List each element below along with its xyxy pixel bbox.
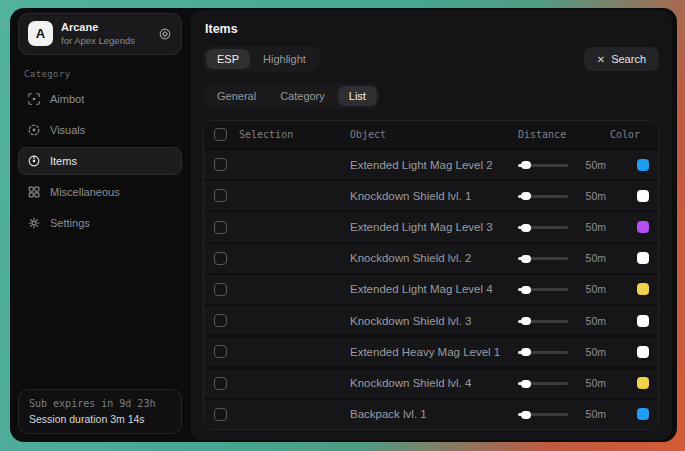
- column-header-object: Object: [350, 129, 518, 140]
- slider-thumb[interactable]: [521, 192, 531, 200]
- distance-slider[interactable]: [518, 221, 568, 233]
- slider-thumb[interactable]: [521, 317, 531, 325]
- color-swatch[interactable]: [637, 283, 649, 295]
- grid-icon: [27, 185, 41, 199]
- slider-thumb[interactable]: [521, 255, 531, 263]
- slider-thumb[interactable]: [521, 380, 531, 388]
- row-object-label: Knockdown Shield lvl. 1: [350, 190, 471, 202]
- app-subtitle: for Apex Legends: [61, 35, 150, 47]
- view-tabs: General Category List: [203, 83, 380, 109]
- sidebar-item-visuals[interactable]: Visuals: [18, 116, 182, 144]
- table-row: Extended Heavy Mag Level 1 50m: [204, 337, 658, 368]
- row-checkbox[interactable]: [214, 314, 227, 327]
- diamond-icon[interactable]: [158, 27, 172, 41]
- color-swatch[interactable]: [637, 159, 649, 171]
- row-checkbox[interactable]: [214, 408, 227, 421]
- distance-slider[interactable]: [518, 346, 568, 358]
- color-swatch[interactable]: [637, 346, 649, 358]
- search-button-label: Search: [611, 53, 646, 65]
- table-row: Extended Light Mag Level 2 50m: [204, 150, 658, 181]
- row-object-label: Backpack lvl. 1: [350, 408, 427, 420]
- distance-value: 50m: [578, 377, 606, 389]
- distance-slider[interactable]: [518, 190, 568, 202]
- row-object-label: Extended Light Mag Level 2: [350, 159, 493, 171]
- distance-slider[interactable]: [518, 252, 568, 264]
- table-body: Extended Light Mag Level 2 50m Knockdown…: [204, 150, 658, 429]
- row-checkbox[interactable]: [214, 158, 227, 171]
- distance-value: 50m: [578, 315, 606, 327]
- distance-value: 50m: [578, 346, 606, 358]
- search-button[interactable]: ✕ Search: [584, 47, 659, 71]
- sidebar: A Arcane for Apex Legends Category Aimbo…: [10, 8, 184, 442]
- mode-tabs: ESP Highlight: [203, 46, 320, 72]
- sidebar-nav: Aimbot Visuals Items Miscellaneous Setti…: [18, 85, 182, 237]
- app-window: A Arcane for Apex Legends Category Aimbo…: [10, 8, 677, 442]
- distance-value: 50m: [578, 252, 606, 264]
- crosshair-icon: [27, 92, 41, 106]
- distance-slider[interactable]: [518, 315, 568, 327]
- subscription-card: Sub expires in 9d 23h Session duration 3…: [18, 389, 182, 434]
- column-header-selection: Selection: [239, 129, 293, 140]
- x-icon: ✕: [597, 54, 605, 65]
- table-row: Knockdown Shield lvl. 3 50m: [204, 306, 658, 337]
- table-row: Extended Light Mag Level 3 50m: [204, 212, 658, 243]
- main-panel: Items ESP Highlight ✕ Search General Cat…: [190, 10, 672, 440]
- page-title: Items: [205, 22, 659, 36]
- sidebar-item-miscellaneous[interactable]: Miscellaneous: [18, 178, 182, 206]
- row-checkbox[interactable]: [214, 252, 227, 265]
- slider-thumb[interactable]: [521, 348, 531, 356]
- slider-thumb[interactable]: [521, 286, 531, 294]
- tab-list[interactable]: List: [338, 86, 377, 106]
- tab-category[interactable]: Category: [269, 86, 336, 106]
- row-checkbox[interactable]: [214, 221, 227, 234]
- category-label: Category: [24, 69, 182, 79]
- distance-slider[interactable]: [518, 377, 568, 389]
- color-swatch[interactable]: [637, 315, 649, 327]
- sidebar-item-items[interactable]: Items: [18, 147, 182, 175]
- row-object-label: Extended Light Mag Level 4: [350, 283, 493, 295]
- items-table: Selection Object Distance Color Extended…: [203, 120, 659, 430]
- sidebar-item-settings[interactable]: Settings: [18, 209, 182, 237]
- distance-slider[interactable]: [518, 408, 568, 420]
- row-object-label: Knockdown Shield lvl. 3: [350, 315, 471, 327]
- distance-slider[interactable]: [518, 159, 568, 171]
- color-swatch[interactable]: [637, 190, 649, 202]
- tab-general[interactable]: General: [206, 86, 267, 106]
- sidebar-item-aimbot[interactable]: Aimbot: [18, 85, 182, 113]
- screen-background: A Arcane for Apex Legends Category Aimbo…: [0, 0, 685, 451]
- app-title: Arcane: [61, 21, 150, 35]
- session-duration-text: Session duration 3m 14s: [29, 413, 171, 425]
- color-swatch[interactable]: [637, 221, 649, 233]
- table-header: Selection Object Distance Color: [204, 121, 658, 150]
- color-swatch[interactable]: [637, 408, 649, 420]
- scan-eye-icon: [27, 123, 41, 137]
- distance-slider[interactable]: [518, 283, 568, 295]
- row-checkbox[interactable]: [214, 377, 227, 390]
- color-swatch[interactable]: [637, 252, 649, 264]
- row-object-label: Knockdown Shield lvl. 4: [350, 377, 471, 389]
- distance-value: 50m: [578, 283, 606, 295]
- table-row: Extended Light Mag Level 4 50m: [204, 275, 658, 306]
- table-row: Knockdown Shield lvl. 2 50m: [204, 244, 658, 275]
- target-circle-icon: [27, 154, 41, 168]
- slider-thumb[interactable]: [521, 161, 531, 169]
- tab-esp[interactable]: ESP: [206, 49, 250, 69]
- table-row: Backpack lvl. 1 50m: [204, 400, 658, 429]
- distance-value: 50m: [578, 159, 606, 171]
- row-checkbox[interactable]: [214, 345, 227, 358]
- row-object-label: Extended Heavy Mag Level 1: [350, 346, 500, 358]
- row-object-label: Extended Light Mag Level 3: [350, 221, 493, 233]
- tab-highlight[interactable]: Highlight: [252, 49, 317, 69]
- distance-value: 50m: [578, 190, 606, 202]
- app-logo: A: [28, 21, 53, 46]
- row-checkbox[interactable]: [214, 283, 227, 296]
- table-row: Knockdown Shield lvl. 4 50m: [204, 369, 658, 400]
- color-swatch[interactable]: [637, 377, 649, 389]
- column-header-distance: Distance: [518, 129, 610, 140]
- row-checkbox[interactable]: [214, 189, 227, 202]
- select-all-checkbox[interactable]: [214, 128, 227, 141]
- toolbar: ESP Highlight ✕ Search: [203, 46, 659, 72]
- table-row: Knockdown Shield lvl. 1 50m: [204, 181, 658, 212]
- slider-thumb[interactable]: [521, 224, 531, 232]
- slider-thumb[interactable]: [521, 411, 531, 419]
